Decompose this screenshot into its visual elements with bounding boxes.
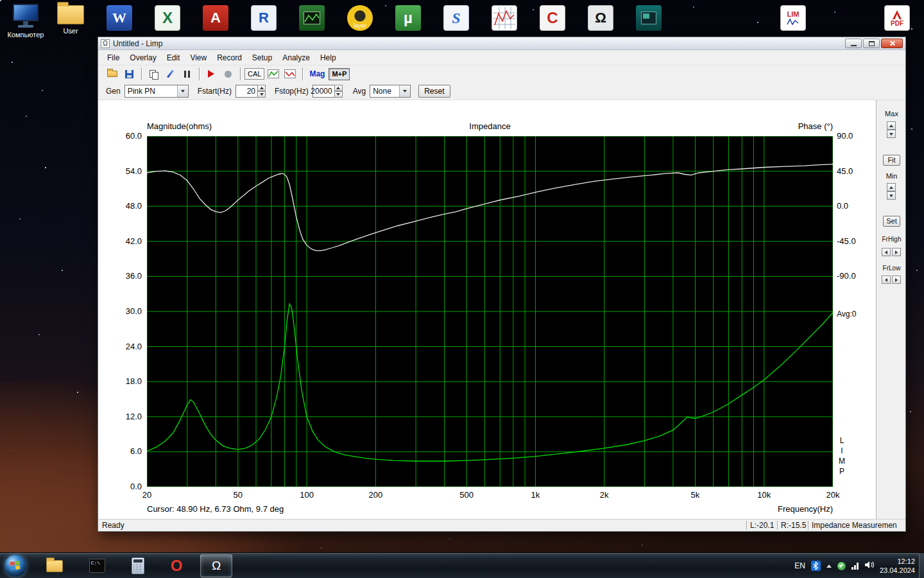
calibrate-button[interactable]: CAL — [244, 68, 264, 80]
start-record-button[interactable] — [203, 67, 219, 81]
tray-time: 12:12 — [897, 557, 915, 566]
taskbar-calculator-button[interactable] — [127, 556, 149, 575]
desktop-icon-sibelius[interactable]: S — [443, 5, 469, 31]
taskbar-limp-button[interactable]: Ω — [200, 554, 232, 577]
y-left-tick-label: 12.0 — [108, 412, 142, 421]
desktop-icon-word[interactable]: W — [107, 5, 132, 31]
menu-bar: File Overlay Edit View Record Setup Anal… — [98, 51, 905, 66]
menu-view[interactable]: View — [185, 51, 212, 64]
save-button[interactable] — [121, 67, 137, 81]
fit-button[interactable]: Fit — [883, 155, 900, 166]
fstart-spinner[interactable] — [257, 85, 266, 98]
dropdown-arrow-icon[interactable] — [177, 85, 188, 97]
spin-down-icon[interactable] — [887, 191, 896, 200]
tray-expand-icon[interactable] — [826, 565, 832, 568]
spin-down-icon[interactable] — [257, 91, 266, 98]
stop-circle-icon — [225, 71, 232, 78]
menu-setup[interactable]: Setup — [247, 51, 277, 64]
menu-record[interactable]: Record — [212, 51, 247, 64]
spin-up-icon[interactable] — [334, 85, 343, 91]
impedance-plot[interactable] — [147, 136, 833, 487]
spin-down-icon[interactable] — [334, 91, 343, 98]
y-right-tick-label: -90.0 — [837, 271, 866, 281]
desktop-icon-r-app[interactable]: R — [251, 5, 277, 31]
desktop-icon-excel[interactable]: X — [155, 5, 180, 31]
menu-overlay[interactable]: Overlay — [124, 51, 161, 64]
spin-up-icon[interactable] — [887, 121, 896, 130]
menu-file[interactable]: File — [102, 51, 124, 64]
x-tick-label: 100 — [291, 490, 323, 500]
desktop-icon-teal-app[interactable] — [636, 5, 662, 31]
arrow-right-icon[interactable] — [892, 248, 901, 256]
wallpaper-stars — [0, 0, 1, 1]
desktop-icon-audio-chart[interactable] — [299, 5, 325, 31]
volume-icon[interactable] — [864, 560, 874, 572]
network-signal-icon[interactable] — [851, 563, 859, 570]
stop-button[interactable] — [220, 67, 235, 81]
fstop-input[interactable]: 20000 — [312, 85, 343, 98]
set-button[interactable]: Set — [883, 216, 900, 227]
language-indicator[interactable]: EN — [794, 561, 805, 570]
close-button[interactable] — [881, 39, 903, 48]
pen-button[interactable] — [162, 67, 178, 81]
omega-icon: Ω — [595, 10, 606, 26]
taskbar-explorer-button[interactable] — [44, 556, 65, 575]
desktop-icon-player[interactable]: layer — [347, 5, 373, 31]
audio-chart-icon — [304, 12, 320, 24]
desktop-icon-computer[interactable]: Компьютер — [5, 4, 46, 39]
menu-analyze[interactable]: Analyze — [277, 51, 315, 64]
title-bar[interactable]: Ω Untitled - Limp — [98, 37, 905, 50]
start-button[interactable] — [4, 555, 26, 577]
word-icon: W — [112, 10, 126, 26]
taskbar-opera-button[interactable]: O — [166, 556, 187, 575]
minimize-button[interactable] — [845, 39, 862, 48]
bluetooth-icon[interactable] — [811, 561, 821, 571]
reset-button[interactable]: Reset — [418, 85, 450, 98]
spin-down-icon[interactable] — [887, 130, 896, 138]
desktop-icon-converter[interactable]: C — [540, 5, 565, 31]
maximize-button[interactable] — [863, 39, 880, 48]
max-spinner[interactable] — [887, 121, 896, 138]
desktop-icon-pdf[interactable]: PDF — [884, 5, 910, 31]
copy-button[interactable] — [146, 67, 161, 81]
frhigh-arrows[interactable] — [882, 248, 901, 256]
antivirus-tray-icon[interactable] — [837, 562, 846, 570]
spin-up-icon[interactable] — [887, 183, 896, 191]
green-spectrum-button[interactable] — [266, 67, 281, 81]
y-left-tick-label: 0.0 — [108, 482, 142, 491]
desktop-icon-acrobat[interactable]: A — [203, 5, 228, 31]
arrow-right-icon[interactable] — [892, 276, 901, 284]
desktop-icon-arta[interactable]: Ω — [588, 5, 613, 31]
red-spectrum-button[interactable] — [282, 67, 298, 81]
min-spinner[interactable] — [887, 183, 896, 200]
show-desktop-button[interactable] — [919, 553, 924, 578]
play-icon — [208, 70, 214, 78]
fstop-spinner[interactable] — [334, 85, 343, 98]
generator-select[interactable]: Pink PN — [124, 85, 189, 98]
averaging-select[interactable]: None — [370, 85, 411, 98]
fstop-value[interactable]: 20000 — [312, 85, 334, 98]
desktop-icon-spectra[interactable] — [492, 5, 517, 31]
magnitude-phase-toggle-button[interactable]: M+P — [329, 68, 350, 80]
spin-up-icon[interactable] — [257, 85, 266, 91]
arrow-left-icon[interactable] — [882, 248, 891, 256]
dropdown-arrow-icon[interactable] — [399, 85, 410, 97]
magnitude-curve — [147, 304, 833, 461]
desktop-icon-lim[interactable]: LIM — [780, 5, 806, 31]
y-right-tick-label: 45.0 — [837, 166, 866, 176]
open-button[interactable] — [105, 67, 120, 81]
desktop-icon-utorrent[interactable]: µ — [395, 5, 421, 31]
taskbar-cmd-button[interactable]: C:\ — [86, 556, 108, 575]
magnitude-toggle-button[interactable]: Mag — [307, 67, 327, 81]
desktop-icon-user[interactable]: User — [50, 3, 91, 35]
frlow-arrows[interactable] — [882, 276, 901, 284]
fstart-value[interactable]: 20 — [235, 85, 257, 98]
fstart-input[interactable]: 20 — [235, 85, 266, 98]
x-tick-label: 5k — [679, 490, 711, 500]
arrow-left-icon[interactable] — [882, 276, 891, 284]
menu-help[interactable]: Help — [315, 51, 341, 64]
opera-icon: O — [171, 557, 183, 574]
tray-clock[interactable]: 12:12 23.04.2024 — [880, 557, 915, 575]
menu-edit[interactable]: Edit — [162, 51, 185, 64]
pause-button[interactable] — [179, 67, 194, 81]
